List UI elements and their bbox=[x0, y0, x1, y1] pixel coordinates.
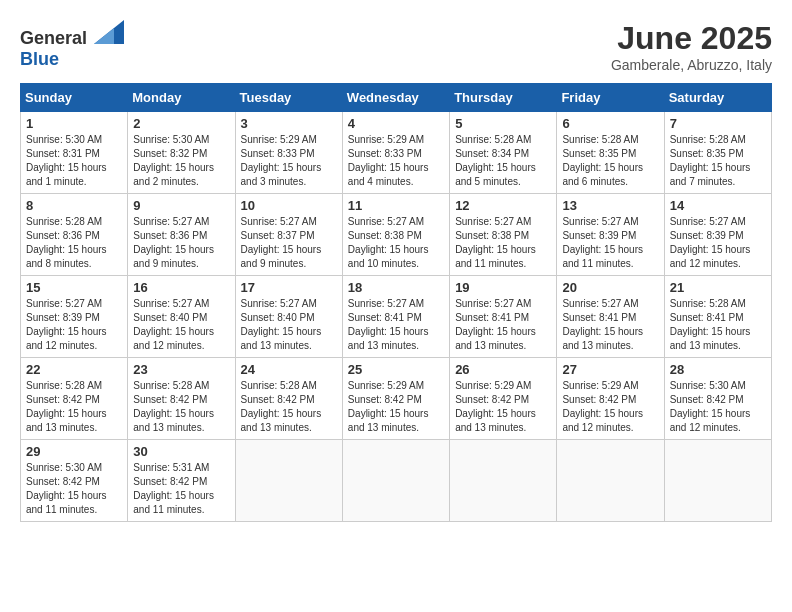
day-cell: 27Sunrise: 5:29 AM Sunset: 8:42 PM Dayli… bbox=[557, 358, 664, 440]
day-info: Sunrise: 5:29 AM Sunset: 8:33 PM Dayligh… bbox=[348, 133, 444, 189]
column-header-monday: Monday bbox=[128, 84, 235, 112]
logo-icon bbox=[94, 20, 124, 44]
day-number: 12 bbox=[455, 198, 551, 213]
title-area: June 2025 Gamberale, Abruzzo, Italy bbox=[611, 20, 772, 73]
day-cell: 16Sunrise: 5:27 AM Sunset: 8:40 PM Dayli… bbox=[128, 276, 235, 358]
day-info: Sunrise: 5:27 AM Sunset: 8:39 PM Dayligh… bbox=[670, 215, 766, 271]
day-info: Sunrise: 5:27 AM Sunset: 8:40 PM Dayligh… bbox=[241, 297, 337, 353]
column-header-thursday: Thursday bbox=[450, 84, 557, 112]
day-cell: 17Sunrise: 5:27 AM Sunset: 8:40 PM Dayli… bbox=[235, 276, 342, 358]
calendar-header-row: SundayMondayTuesdayWednesdayThursdayFrid… bbox=[21, 84, 772, 112]
day-cell bbox=[557, 440, 664, 522]
day-cell: 24Sunrise: 5:28 AM Sunset: 8:42 PM Dayli… bbox=[235, 358, 342, 440]
day-info: Sunrise: 5:27 AM Sunset: 8:39 PM Dayligh… bbox=[562, 215, 658, 271]
day-cell: 2Sunrise: 5:30 AM Sunset: 8:32 PM Daylig… bbox=[128, 112, 235, 194]
day-info: Sunrise: 5:30 AM Sunset: 8:42 PM Dayligh… bbox=[670, 379, 766, 435]
day-info: Sunrise: 5:27 AM Sunset: 8:39 PM Dayligh… bbox=[26, 297, 122, 353]
calendar-title: June 2025 bbox=[611, 20, 772, 57]
day-info: Sunrise: 5:28 AM Sunset: 8:42 PM Dayligh… bbox=[241, 379, 337, 435]
day-cell: 30Sunrise: 5:31 AM Sunset: 8:42 PM Dayli… bbox=[128, 440, 235, 522]
day-cell: 21Sunrise: 5:28 AM Sunset: 8:41 PM Dayli… bbox=[664, 276, 771, 358]
day-cell: 11Sunrise: 5:27 AM Sunset: 8:38 PM Dayli… bbox=[342, 194, 449, 276]
day-info: Sunrise: 5:30 AM Sunset: 8:31 PM Dayligh… bbox=[26, 133, 122, 189]
day-number: 16 bbox=[133, 280, 229, 295]
day-cell: 9Sunrise: 5:27 AM Sunset: 8:36 PM Daylig… bbox=[128, 194, 235, 276]
day-number: 26 bbox=[455, 362, 551, 377]
logo-text: General Blue bbox=[20, 20, 124, 70]
day-info: Sunrise: 5:31 AM Sunset: 8:42 PM Dayligh… bbox=[133, 461, 229, 517]
day-info: Sunrise: 5:28 AM Sunset: 8:35 PM Dayligh… bbox=[562, 133, 658, 189]
day-cell bbox=[450, 440, 557, 522]
day-cell bbox=[664, 440, 771, 522]
day-cell: 7Sunrise: 5:28 AM Sunset: 8:35 PM Daylig… bbox=[664, 112, 771, 194]
column-header-wednesday: Wednesday bbox=[342, 84, 449, 112]
day-cell: 22Sunrise: 5:28 AM Sunset: 8:42 PM Dayli… bbox=[21, 358, 128, 440]
day-number: 27 bbox=[562, 362, 658, 377]
day-number: 22 bbox=[26, 362, 122, 377]
day-cell: 3Sunrise: 5:29 AM Sunset: 8:33 PM Daylig… bbox=[235, 112, 342, 194]
logo: General Blue bbox=[20, 20, 124, 70]
day-info: Sunrise: 5:30 AM Sunset: 8:32 PM Dayligh… bbox=[133, 133, 229, 189]
day-number: 2 bbox=[133, 116, 229, 131]
day-number: 21 bbox=[670, 280, 766, 295]
column-header-sunday: Sunday bbox=[21, 84, 128, 112]
day-number: 17 bbox=[241, 280, 337, 295]
day-cell bbox=[342, 440, 449, 522]
day-number: 28 bbox=[670, 362, 766, 377]
day-info: Sunrise: 5:29 AM Sunset: 8:42 PM Dayligh… bbox=[455, 379, 551, 435]
day-cell: 6Sunrise: 5:28 AM Sunset: 8:35 PM Daylig… bbox=[557, 112, 664, 194]
day-info: Sunrise: 5:27 AM Sunset: 8:38 PM Dayligh… bbox=[348, 215, 444, 271]
day-cell: 25Sunrise: 5:29 AM Sunset: 8:42 PM Dayli… bbox=[342, 358, 449, 440]
day-cell: 26Sunrise: 5:29 AM Sunset: 8:42 PM Dayli… bbox=[450, 358, 557, 440]
day-number: 3 bbox=[241, 116, 337, 131]
day-info: Sunrise: 5:28 AM Sunset: 8:42 PM Dayligh… bbox=[133, 379, 229, 435]
day-number: 24 bbox=[241, 362, 337, 377]
day-cell: 1Sunrise: 5:30 AM Sunset: 8:31 PM Daylig… bbox=[21, 112, 128, 194]
week-row-2: 8Sunrise: 5:28 AM Sunset: 8:36 PM Daylig… bbox=[21, 194, 772, 276]
day-info: Sunrise: 5:29 AM Sunset: 8:33 PM Dayligh… bbox=[241, 133, 337, 189]
logo-general: General bbox=[20, 28, 87, 48]
day-number: 15 bbox=[26, 280, 122, 295]
day-info: Sunrise: 5:28 AM Sunset: 8:41 PM Dayligh… bbox=[670, 297, 766, 353]
day-number: 19 bbox=[455, 280, 551, 295]
day-number: 7 bbox=[670, 116, 766, 131]
column-header-tuesday: Tuesday bbox=[235, 84, 342, 112]
day-number: 1 bbox=[26, 116, 122, 131]
day-number: 20 bbox=[562, 280, 658, 295]
day-cell: 18Sunrise: 5:27 AM Sunset: 8:41 PM Dayli… bbox=[342, 276, 449, 358]
week-row-5: 29Sunrise: 5:30 AM Sunset: 8:42 PM Dayli… bbox=[21, 440, 772, 522]
day-number: 9 bbox=[133, 198, 229, 213]
calendar-subtitle: Gamberale, Abruzzo, Italy bbox=[611, 57, 772, 73]
day-number: 10 bbox=[241, 198, 337, 213]
day-info: Sunrise: 5:28 AM Sunset: 8:42 PM Dayligh… bbox=[26, 379, 122, 435]
day-info: Sunrise: 5:27 AM Sunset: 8:41 PM Dayligh… bbox=[562, 297, 658, 353]
day-cell: 13Sunrise: 5:27 AM Sunset: 8:39 PM Dayli… bbox=[557, 194, 664, 276]
day-cell bbox=[235, 440, 342, 522]
day-cell: 8Sunrise: 5:28 AM Sunset: 8:36 PM Daylig… bbox=[21, 194, 128, 276]
day-info: Sunrise: 5:28 AM Sunset: 8:36 PM Dayligh… bbox=[26, 215, 122, 271]
day-cell: 19Sunrise: 5:27 AM Sunset: 8:41 PM Dayli… bbox=[450, 276, 557, 358]
calendar-header: General Blue June 2025 Gamberale, Abruzz… bbox=[20, 20, 772, 73]
day-number: 11 bbox=[348, 198, 444, 213]
day-info: Sunrise: 5:29 AM Sunset: 8:42 PM Dayligh… bbox=[348, 379, 444, 435]
day-cell: 15Sunrise: 5:27 AM Sunset: 8:39 PM Dayli… bbox=[21, 276, 128, 358]
day-cell: 10Sunrise: 5:27 AM Sunset: 8:37 PM Dayli… bbox=[235, 194, 342, 276]
day-info: Sunrise: 5:27 AM Sunset: 8:36 PM Dayligh… bbox=[133, 215, 229, 271]
day-info: Sunrise: 5:28 AM Sunset: 8:35 PM Dayligh… bbox=[670, 133, 766, 189]
day-cell: 5Sunrise: 5:28 AM Sunset: 8:34 PM Daylig… bbox=[450, 112, 557, 194]
day-number: 13 bbox=[562, 198, 658, 213]
day-info: Sunrise: 5:29 AM Sunset: 8:42 PM Dayligh… bbox=[562, 379, 658, 435]
column-header-friday: Friday bbox=[557, 84, 664, 112]
day-cell: 20Sunrise: 5:27 AM Sunset: 8:41 PM Dayli… bbox=[557, 276, 664, 358]
day-info: Sunrise: 5:27 AM Sunset: 8:38 PM Dayligh… bbox=[455, 215, 551, 271]
day-number: 14 bbox=[670, 198, 766, 213]
day-number: 4 bbox=[348, 116, 444, 131]
week-row-1: 1Sunrise: 5:30 AM Sunset: 8:31 PM Daylig… bbox=[21, 112, 772, 194]
day-cell: 28Sunrise: 5:30 AM Sunset: 8:42 PM Dayli… bbox=[664, 358, 771, 440]
day-info: Sunrise: 5:30 AM Sunset: 8:42 PM Dayligh… bbox=[26, 461, 122, 517]
day-info: Sunrise: 5:27 AM Sunset: 8:41 PM Dayligh… bbox=[455, 297, 551, 353]
column-header-saturday: Saturday bbox=[664, 84, 771, 112]
day-number: 6 bbox=[562, 116, 658, 131]
day-info: Sunrise: 5:27 AM Sunset: 8:41 PM Dayligh… bbox=[348, 297, 444, 353]
day-number: 18 bbox=[348, 280, 444, 295]
